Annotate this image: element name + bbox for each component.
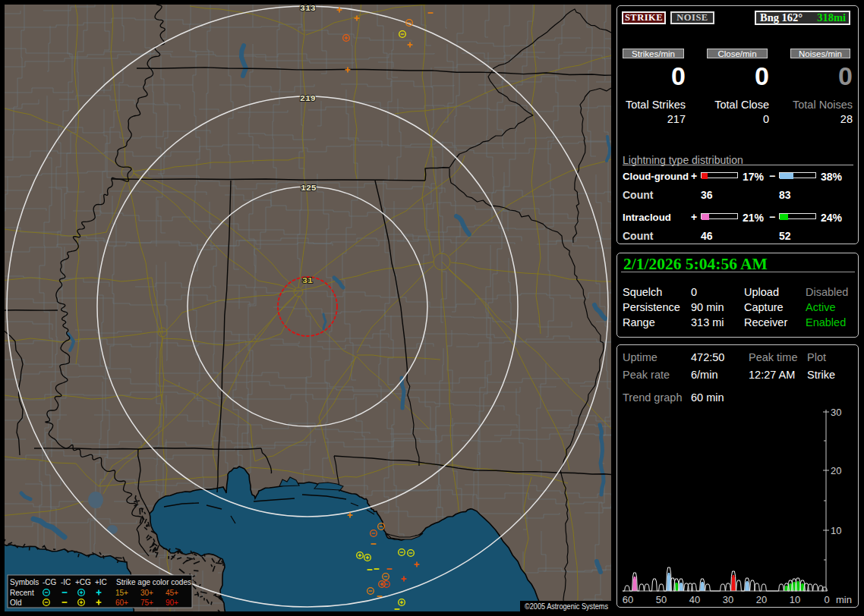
svg-text:min: min <box>836 594 852 605</box>
svg-text:60: 60 <box>623 594 633 605</box>
svg-text:20: 20 <box>831 465 841 476</box>
svg-text:10: 10 <box>831 525 841 536</box>
svg-text:30: 30 <box>831 407 841 418</box>
svg-text:40: 40 <box>689 594 700 605</box>
svg-text:20: 20 <box>756 594 767 605</box>
svg-text:10: 10 <box>790 594 800 605</box>
svg-text:30: 30 <box>723 594 733 605</box>
svg-text:50: 50 <box>656 594 667 605</box>
svg-text:0: 0 <box>824 594 829 605</box>
